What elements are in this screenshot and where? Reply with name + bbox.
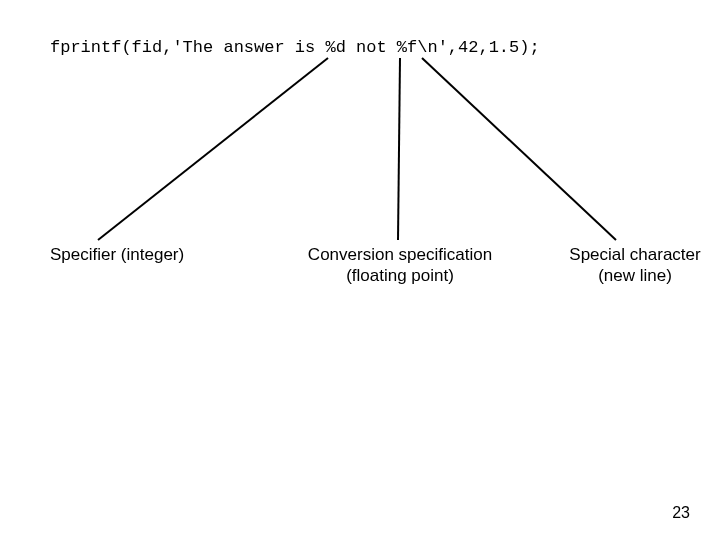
svg-line-1 — [398, 58, 400, 240]
label-text: Specifier (integer) — [50, 245, 184, 264]
label-text-line2: (floating point) — [346, 266, 454, 285]
label-special-character: Special character (new line) — [555, 244, 715, 287]
label-text-line1: Conversion specification — [308, 245, 492, 264]
label-text-line2: (new line) — [598, 266, 672, 285]
label-text-line1: Special character — [569, 245, 700, 264]
code-line: fprintf(fid,'The answer is %d not %f\n',… — [50, 38, 540, 57]
page-number: 23 — [672, 504, 690, 522]
label-conversion-specification: Conversion specification (floating point… — [290, 244, 510, 287]
label-specifier-integer: Specifier (integer) — [50, 244, 220, 265]
svg-line-0 — [98, 58, 328, 240]
svg-line-2 — [422, 58, 616, 240]
